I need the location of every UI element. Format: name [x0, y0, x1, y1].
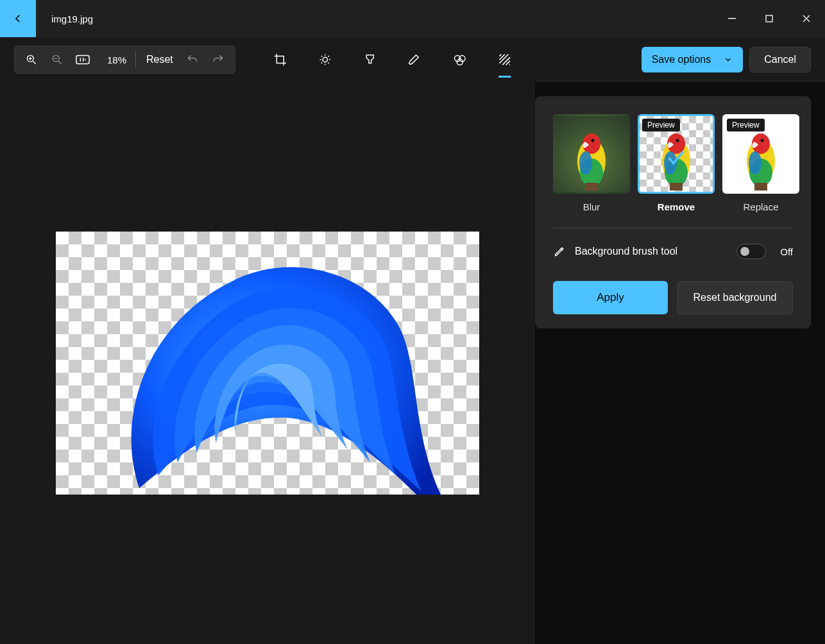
adjust-icon: [318, 53, 332, 67]
svg-point-12: [591, 139, 595, 142]
crop-icon: [273, 53, 287, 67]
checkmark-icon: [665, 147, 687, 169]
svg-point-25: [749, 151, 761, 174]
chevron-down-icon: [724, 55, 733, 64]
maximize-icon: [765, 15, 773, 22]
brush-label: Background brush tool: [575, 246, 727, 257]
svg-point-13: [579, 151, 592, 174]
zoom-percent[interactable]: 18%: [96, 55, 132, 65]
back-button[interactable]: [0, 0, 36, 37]
pencil-icon: [553, 245, 566, 258]
background-tool[interactable]: [492, 46, 518, 74]
window-title: img19.jpg: [51, 13, 93, 24]
zoom-out-icon: [51, 53, 64, 66]
option-blur[interactable]: Blur: [553, 114, 630, 212]
zoom-in-button[interactable]: [19, 48, 44, 71]
background-options: Blur Preview Remove: [553, 114, 793, 212]
parrot-graphic: [570, 128, 613, 192]
crop-tool[interactable]: [268, 46, 293, 74]
thumb-replace-image: Preview: [722, 114, 799, 194]
divider: [553, 228, 793, 228]
brush-toggle[interactable]: [736, 244, 766, 259]
svg-point-18: [676, 139, 679, 142]
preview-badge: Preview: [727, 119, 765, 131]
minimize-button[interactable]: [713, 0, 751, 37]
zoom-group: 18% Reset: [14, 46, 235, 74]
apply-button[interactable]: Apply: [553, 281, 668, 314]
svg-rect-1: [766, 15, 772, 22]
cancel-button[interactable]: Cancel: [749, 47, 811, 72]
option-remove[interactable]: Preview Remove: [638, 114, 715, 212]
undo-button[interactable]: [180, 48, 205, 71]
titlebar: img19.jpg: [0, 0, 825, 37]
svg-rect-14: [585, 183, 598, 191]
zoom-in-icon: [25, 53, 38, 66]
reset-background-button[interactable]: Reset background: [677, 281, 793, 314]
svg-point-24: [761, 139, 764, 142]
canvas-image: [56, 232, 479, 495]
edit-tools: [268, 46, 518, 74]
background-icon: [498, 53, 512, 67]
arrow-left-icon: [12, 13, 24, 24]
preview-badge: Preview: [642, 119, 680, 131]
window-controls: [713, 0, 825, 37]
option-replace[interactable]: Preview Replace: [722, 114, 799, 212]
separator: [135, 51, 136, 68]
main-area: Blur Preview Remove: [0, 82, 825, 644]
thumb-blur-label: Blur: [583, 201, 600, 212]
toggle-state-label: Off: [780, 246, 793, 257]
filter-icon: [363, 53, 377, 67]
markup-icon: [408, 53, 422, 67]
toolbar: 18% Reset Save options: [0, 37, 825, 82]
markup-tool[interactable]: [402, 46, 428, 74]
svg-rect-4: [76, 56, 89, 64]
windows-bloom-graphic: [56, 232, 479, 495]
filter-tool[interactable]: [357, 46, 383, 74]
redo-icon: [212, 53, 225, 66]
thumb-remove-label: Remove: [658, 201, 695, 212]
background-panel: Blur Preview Remove: [535, 96, 811, 328]
close-button[interactable]: [788, 0, 825, 37]
svg-point-5: [323, 57, 327, 62]
undo-icon: [186, 53, 199, 66]
redo-button[interactable]: [205, 48, 231, 71]
save-label: Save options: [652, 54, 711, 65]
thumb-blur-image: [553, 114, 630, 194]
panel-actions: Apply Reset background: [553, 281, 793, 314]
minimize-icon: [728, 15, 736, 22]
fit-icon: [76, 55, 90, 65]
thumb-remove-image: Preview: [638, 114, 715, 194]
toggle-knob: [740, 247, 749, 256]
erase-tool[interactable]: [447, 46, 473, 74]
parrot-graphic: [739, 128, 783, 192]
canvas-area[interactable]: [0, 82, 535, 644]
close-icon: [803, 15, 810, 22]
fit-button[interactable]: [70, 48, 96, 71]
svg-rect-26: [754, 183, 767, 191]
save-options-button[interactable]: Save options: [642, 47, 744, 72]
toolbar-actions: Save options Cancel: [642, 47, 811, 72]
reset-button[interactable]: Reset: [140, 54, 180, 65]
maximize-button[interactable]: [751, 0, 788, 37]
zoom-out-button[interactable]: [44, 48, 70, 71]
adjust-tool[interactable]: [312, 46, 338, 74]
erase-icon: [453, 53, 467, 67]
svg-rect-20: [670, 183, 683, 191]
svg-rect-0: [728, 18, 736, 19]
thumb-replace-label: Replace: [743, 201, 778, 212]
brush-tool-row: Background brush tool Off: [553, 244, 793, 259]
